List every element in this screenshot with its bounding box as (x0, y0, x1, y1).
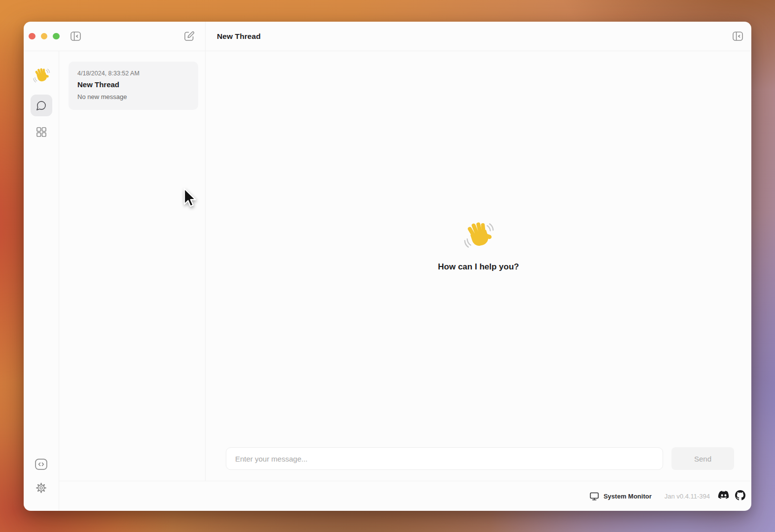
app-version: Jan v0.4.11-394 (665, 493, 710, 500)
github-link[interactable] (735, 490, 745, 502)
chat-main-panel: How can I help you? Send (206, 51, 751, 481)
discord-icon (718, 491, 730, 500)
compose-new-thread-button[interactable] (183, 30, 195, 42)
page-title: New Thread (217, 32, 261, 41)
rail-item-settings[interactable] (31, 480, 52, 495)
wave-emoji (463, 220, 494, 252)
github-icon (735, 490, 745, 500)
wave-emoji (33, 67, 50, 85)
icon-rail (24, 51, 59, 511)
apps-grid-icon (35, 126, 47, 138)
collapse-left-panel-button[interactable] (70, 31, 81, 42)
system-monitor-toggle[interactable]: System Monitor (590, 492, 652, 501)
status-bar: System Monitor Jan v0.4.11-394 (59, 481, 751, 511)
rail-item-api-server[interactable] (31, 457, 52, 471)
thread-last-message: No new message (77, 93, 189, 100)
app-window: New Thread (24, 22, 751, 511)
api-server-icon (34, 458, 48, 471)
minimize-window-button[interactable] (41, 33, 48, 40)
empty-state-greeting: How can I help you? (206, 51, 751, 447)
send-button[interactable]: Send (671, 447, 734, 470)
zoom-window-button[interactable] (53, 33, 60, 40)
collapse-right-panel-button[interactable] (732, 31, 743, 42)
wave-emoji-logo (31, 65, 52, 87)
system-monitor-icon (590, 492, 599, 501)
close-window-button[interactable] (29, 33, 35, 40)
discord-link[interactable] (718, 491, 730, 502)
system-monitor-label: System Monitor (603, 493, 652, 500)
message-composer: Send (206, 447, 751, 481)
collapse-left-panel-icon (70, 31, 81, 42)
thread-list-panel: 4/18/2024, 8:33:52 AM New Thread No new … (59, 51, 206, 481)
thread-timestamp: 4/18/2024, 8:33:52 AM (77, 70, 189, 77)
titlebar: New Thread (24, 22, 751, 51)
desktop: { "window": { "titlebar": { "title": "Ne… (0, 0, 775, 532)
traffic-lights (29, 33, 60, 40)
message-input[interactable] (226, 447, 663, 470)
titlebar-left-section (24, 22, 206, 51)
chat-threads-icon (35, 100, 47, 111)
rail-item-threads[interactable] (31, 95, 52, 116)
greeting-text: How can I help you? (438, 262, 519, 272)
titlebar-main-section: New Thread (206, 22, 751, 51)
collapse-right-panel-icon (732, 31, 743, 42)
thread-list-item[interactable]: 4/18/2024, 8:33:52 AM New Thread No new … (69, 62, 198, 110)
rail-item-hub[interactable] (31, 124, 52, 140)
compose-new-thread-icon (183, 30, 195, 42)
settings-gear-icon (35, 481, 48, 495)
thread-title: New Thread (77, 80, 189, 89)
